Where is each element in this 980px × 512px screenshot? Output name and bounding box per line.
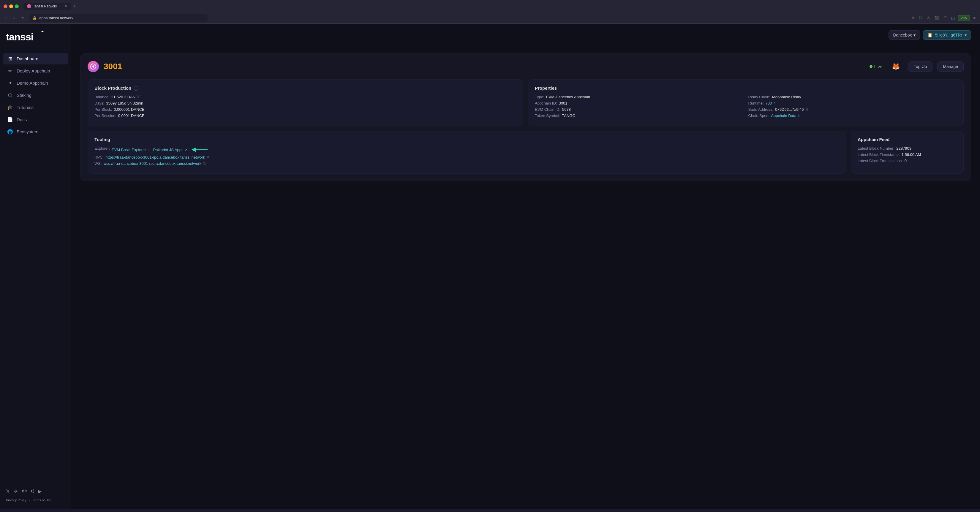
per-session-label: Per Session: (94, 113, 116, 118)
live-status: Live (874, 64, 883, 69)
per-block-label: Per Block: (94, 107, 112, 112)
youtube-icon[interactable]: ▶ (38, 488, 41, 494)
token-symbol-row: Token Symbol: TANGO (535, 113, 744, 118)
relay-chain-value: Moonbase Relay (772, 95, 801, 99)
ws-copy-icon[interactable]: ⧉ (203, 161, 206, 166)
vpn-badge[interactable]: VPN (958, 15, 970, 21)
twitter-icon[interactable]: 𝕏 (6, 488, 10, 494)
arrow-annotation-svg (191, 146, 209, 153)
forward-button[interactable]: › (11, 15, 17, 21)
chain-spec-link[interactable]: Appchain Data ⬇ (771, 113, 800, 118)
explorer-row: Explorer: EVM Basic Explorer ↗ Polkadot … (94, 146, 839, 153)
appchain-avatar (88, 61, 99, 72)
appchain-feed-title: Appchain Feed (858, 137, 957, 142)
sidebar-item-deploy-appchain[interactable]: ✏ Deploy Appchain (3, 65, 68, 76)
chevron-down-icon: ▾ (913, 33, 916, 37)
sidebar-item-dashboard[interactable]: ⊞ Dashboard (3, 53, 68, 64)
network-selector[interactable]: Dancebox ▾ (889, 30, 920, 40)
new-tab-button[interactable]: + (71, 2, 78, 10)
block-number-row: Latest Block Number: 2287903 (858, 146, 957, 151)
back-button[interactable]: ‹ (3, 15, 9, 21)
rpc-copy-icon[interactable]: ⧉ (207, 155, 209, 159)
tanssi-logo-svg: tanssi (6, 30, 48, 43)
sidebar-item-label-dashboard: Dashboard (17, 56, 38, 61)
type-row: Type: EVM-Dancebox Appchain (535, 95, 744, 99)
active-tab[interactable]: Tanssi Network ✕ (24, 3, 71, 10)
maximize-button[interactable] (15, 5, 19, 8)
ws-value[interactable]: wss://fraa-dancebox-3001-rpc.a.dancebox.… (103, 161, 202, 166)
wallet-button[interactable]: 📋 5Hg8Y...g6TRr ▾ (923, 30, 971, 40)
reading-mode-icon[interactable]: ☰ (943, 15, 948, 21)
telegram-icon[interactable]: ✈ (14, 488, 18, 494)
sidebar-item-label-tutorials: Tutorials (17, 105, 33, 110)
tooling-title: Tooling (94, 137, 839, 142)
tab-close-icon[interactable]: ✕ (65, 5, 67, 8)
privacy-policy-link[interactable]: Privacy Policy (6, 498, 26, 502)
address-bar[interactable]: 🔒 apps.tanssi.network (29, 14, 208, 22)
menu-icon[interactable]: ≡ (972, 15, 977, 21)
polkadot-js-link[interactable]: Polkadot JS Apps ↗ (153, 146, 187, 153)
rpc-value[interactable]: https://fraa-dancebox-3001-rpc.a.dancebo… (105, 155, 205, 159)
chain-spec-download-icon: ⬇ (798, 114, 800, 117)
block-transactions-value: 0 (905, 159, 907, 163)
ecosystem-icon: 🌐 (7, 129, 13, 135)
tooling-card: Tooling Explorer: EVM Basic Explorer ↗ P… (88, 131, 846, 174)
relay-chain-label: Relay Chain: (748, 95, 770, 99)
sidebar-item-docs[interactable]: 📄 Docs (3, 114, 68, 125)
sidebar-item-demo-appchain[interactable]: ✦ Demo Appchain (3, 77, 68, 89)
block-production-card: Block Production i Balance: 21,520.3 DAN… (88, 79, 523, 126)
appchain-id: 3001 (103, 62, 122, 71)
terms-of-use-link[interactable]: Terms of Use (32, 498, 51, 502)
sidebar-footer: Privacy Policy - Terms of Use (0, 497, 71, 503)
sidebar: tanssi ⊞ Dashboard ✏ Deploy Appchain ✦ D… (0, 24, 71, 509)
tutorials-icon: 🎓 (7, 105, 13, 110)
warning-icon[interactable]: ⚠ (926, 15, 931, 21)
evm-chain-id-label: EVM Chain ID: (535, 107, 560, 112)
svg-text:tanssi: tanssi (6, 31, 33, 43)
browser-chrome: Tanssi Network ✕ + ‹ › ↻ 🔒 apps.tanssi.n… (0, 0, 980, 24)
runtime-external-icon: ↗ (773, 102, 775, 105)
app-container: tanssi ⊞ Dashboard ✏ Deploy Appchain ✦ D… (0, 24, 980, 509)
close-button[interactable] (3, 5, 8, 8)
tab-bar: Tanssi Network ✕ + (24, 2, 977, 10)
sidebar-item-label-staking: Staking (17, 93, 32, 98)
evm-chain-id-row: EVM Chain ID: 5678 (535, 107, 744, 112)
tab-favicon (27, 4, 31, 8)
properties-title: Properties (535, 86, 957, 91)
sidebar-nav: ⊞ Dashboard ✏ Deploy Appchain ✦ Demo App… (0, 53, 71, 484)
network-label: Dancebox (893, 33, 912, 37)
sidebar-item-tutorials[interactable]: 🎓 Tutorials (3, 102, 68, 113)
block-production-info-icon[interactable]: i (134, 86, 138, 91)
evm-explorer-link[interactable]: EVM Basic Explorer ↗ (112, 146, 150, 153)
wallet-address: 5Hg8Y...g6TRr (935, 33, 962, 37)
rpc-row: RPC: https://fraa-dancebox-3001-rpc.a.da… (94, 155, 839, 159)
properties-right: Relay Chain: Moonbase Relay Runtime: 700… (748, 95, 957, 120)
block-timestamp-value: 1:56:00 AM (902, 153, 921, 157)
sudo-address-copy-icon[interactable]: ⧉ (806, 107, 808, 112)
appchain-header: 3001 Live 🦊 Top Up Manage (88, 61, 964, 72)
github-icon[interactable]: ⑆ (31, 488, 34, 494)
sidebar-item-ecosystem[interactable]: 🌐 Ecosystem (3, 126, 68, 137)
balance-label: Balance: (94, 95, 110, 99)
sidebar-item-label-deploy: Deploy Appchain (17, 68, 50, 73)
top-up-button[interactable]: Top Up (908, 62, 932, 72)
appchain-feed-card: Appchain Feed Latest Block Number: 22879… (851, 131, 964, 174)
sidebar-logo: tanssi (0, 30, 71, 53)
shield-icon[interactable]: 🛡 (918, 15, 924, 21)
appchain-icon-svg (90, 63, 97, 70)
days-row: Days: 3509y 185d 5h 32min (94, 101, 516, 105)
bookmark-icon[interactable]: ◱ (950, 15, 956, 21)
manage-button[interactable]: Manage (937, 62, 964, 72)
chain-spec-value: Appchain Data (771, 113, 796, 118)
extensions-icon[interactable]: ⬛ (934, 15, 940, 21)
sidebar-item-staking[interactable]: ⬡ Staking (3, 89, 68, 101)
minimize-button[interactable] (9, 5, 13, 8)
reload-button[interactable]: ↻ (19, 15, 26, 21)
live-badge: Live (870, 64, 883, 69)
discord-icon[interactable]: dc (22, 488, 27, 494)
docs-icon: 📄 (7, 117, 13, 122)
runtime-link[interactable]: 700 ↗ (765, 101, 776, 105)
share-icon[interactable]: ⬆ (910, 15, 916, 21)
sidebar-item-label-docs: Docs (17, 117, 27, 122)
chain-spec-row: Chain Spec: Appchain Data ⬇ (748, 113, 957, 118)
